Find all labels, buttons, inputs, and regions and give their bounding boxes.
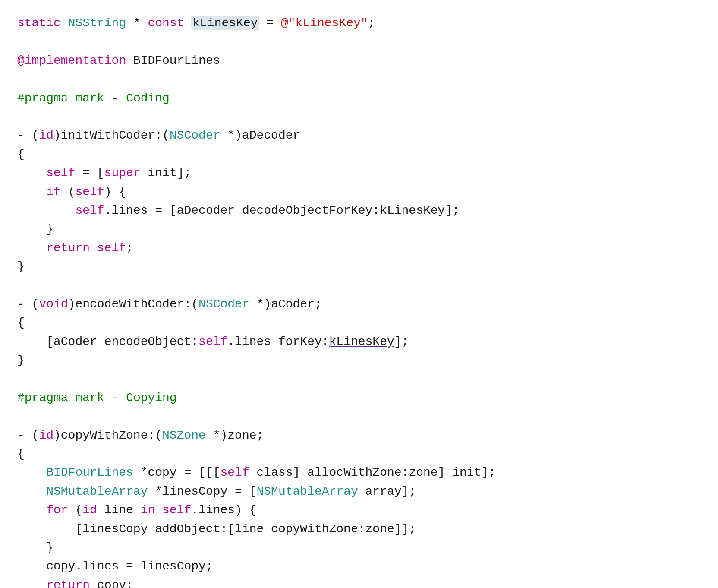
- code-line-13: {: [17, 313, 701, 332]
- code-line-1: static NSString * const kLinesKey = @"kL…: [17, 14, 701, 32]
- code-line-15: }: [17, 351, 701, 370]
- blank-line: [17, 107, 701, 126]
- code-line-22: [linesCopy addObject:[line copyWithZone:…: [17, 520, 701, 538]
- pragma-copying: #pragma mark - Copying: [17, 389, 701, 407]
- code-line-5: {: [17, 145, 701, 164]
- blank-line: [17, 370, 701, 388]
- pragma-coding: #pragma mark - Coding: [17, 89, 701, 107]
- code-line-9: }: [17, 220, 701, 238]
- code-line-19: BIDFourLines *copy = [[[self class] allo…: [17, 463, 701, 482]
- blank-line: [17, 70, 701, 89]
- code-line-8: self.lines = [aDecoder decodeObjectForKe…: [17, 201, 701, 220]
- code-line-20: NSMutableArray *linesCopy = [NSMutableAr…: [17, 482, 701, 501]
- code-line-10: return self;: [17, 239, 701, 257]
- code-line-11: }: [17, 257, 701, 276]
- code-line-6: self = [super init];: [17, 164, 701, 182]
- code-line-17: - (id)copyWithZone:(NSZone *)zone;: [17, 426, 701, 445]
- blank-line: [17, 407, 701, 426]
- code-line-25: return copy;: [17, 576, 701, 588]
- code-editor: static NSString * const kLinesKey = @"kL…: [17, 14, 701, 588]
- code-line-23: }: [17, 538, 701, 557]
- blank-line: [17, 32, 701, 51]
- blank-line: [17, 276, 701, 294]
- code-line-24: copy.lines = linesCopy;: [17, 557, 701, 575]
- code-line-4: - (id)initWithCoder:(NSCoder *)aDecoder: [17, 126, 701, 145]
- code-line-21: for (id line in self.lines) {: [17, 501, 701, 519]
- code-line-12: - (void)encodeWithCoder:(NSCoder *)aCode…: [17, 295, 701, 313]
- code-line-18: {: [17, 445, 701, 463]
- code-line-14: [aCoder encodeObject:self.lines forKey:k…: [17, 332, 701, 351]
- code-line-2: @implementation BIDFourLines: [17, 51, 701, 70]
- code-line-7: if (self) {: [17, 183, 701, 201]
